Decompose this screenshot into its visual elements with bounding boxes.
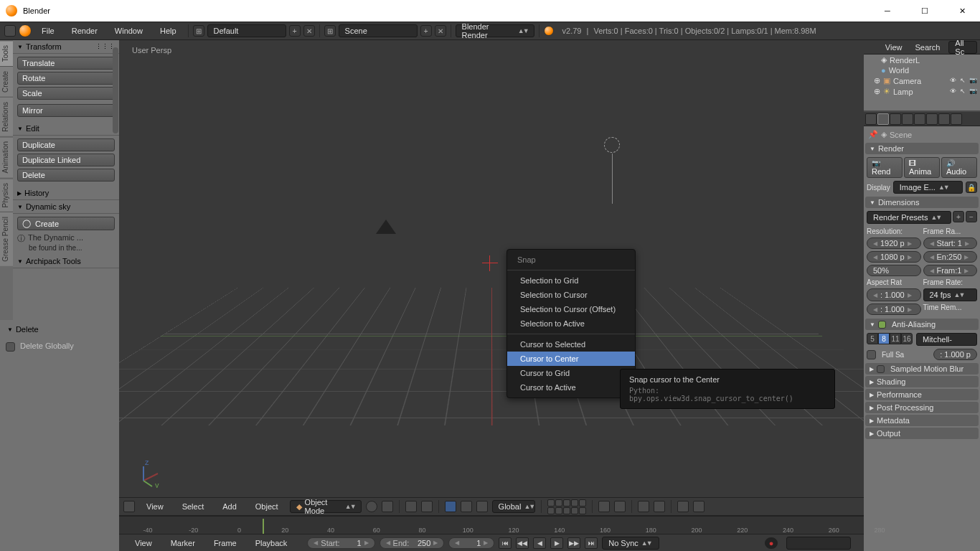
shading-icon[interactable] — [366, 501, 377, 512]
scene-add-button[interactable]: + — [420, 25, 432, 37]
aa-filter-dropdown[interactable]: Mitchell- — [916, 333, 977, 346]
toolshelf-scrollbar[interactable] — [113, 47, 118, 133]
play-button[interactable]: ▶ — [550, 537, 563, 549]
outliner-row-lamp[interactable]: ⊕☀Lamp👁↖📷 — [864, 86, 980, 97]
aa-16[interactable]: 16 — [901, 333, 913, 344]
proportional-edit-icon[interactable] — [638, 501, 649, 512]
manipulator-rotate-icon[interactable] — [461, 501, 472, 512]
tl-marker[interactable]: Marker — [164, 537, 202, 550]
panel-archipack-header[interactable]: ▼Archipack Tools — [13, 255, 119, 268]
snap-selection-to-active[interactable]: Selection to Active — [507, 316, 635, 331]
res-pct-field[interactable]: 50% — [867, 265, 921, 276]
frame-end-field[interactable]: ◀End:250▶ — [380, 537, 445, 549]
panel-edit-header[interactable]: ▼Edit — [13, 122, 119, 136]
timeline[interactable]: -40-200204060801001201401601802002202402… — [119, 516, 864, 534]
shading-menu-icon[interactable] — [382, 501, 393, 512]
performance-panel-header[interactable]: ▶Performance — [865, 389, 979, 400]
translate-button[interactable]: Translate — [17, 57, 115, 70]
tab-animation[interactable]: Animation — [0, 136, 13, 177]
res-y-field[interactable]: ◀1080 p▶ — [867, 251, 921, 263]
delete-globally-checkbox[interactable] — [6, 342, 15, 352]
mode-dropdown[interactable]: ◆Object Mode▲▼ — [290, 500, 362, 513]
snap-cursor-to-selected[interactable]: Cursor to Selected — [507, 337, 635, 352]
editor-type-icon[interactable] — [123, 501, 135, 512]
render-audio-button[interactable]: 🔊Audio — [941, 157, 977, 178]
outliner-row-render[interactable]: ◈RenderL — [864, 55, 980, 65]
scale-button[interactable]: Scale — [17, 87, 115, 100]
prop-tab-constraints[interactable] — [926, 113, 938, 125]
vh-view[interactable]: View — [139, 500, 171, 513]
menu-help[interactable]: Help — [153, 24, 184, 37]
outliner-view[interactable]: View — [881, 42, 907, 52]
outliner-row-camera[interactable]: ⊕▣Camera👁↖📷 — [864, 75, 980, 86]
tab-grease-pencil[interactable]: Grease Pencil — [0, 212, 13, 266]
outliner-filter-dropdown[interactable]: All Sc — [948, 41, 977, 54]
output-panel-header[interactable]: ▶Output — [865, 428, 979, 439]
operator-header[interactable]: ▼Delete — [3, 323, 116, 336]
rotate-button[interactable]: Rotate — [17, 72, 115, 85]
duplicate-linked-button[interactable]: Duplicate Linked — [17, 154, 115, 166]
scene-browse-icon[interactable]: ⊞ — [324, 25, 336, 37]
prop-tab-world[interactable] — [902, 113, 913, 125]
proportional-falloff-icon[interactable] — [654, 501, 665, 512]
screen-layout-dropdown[interactable]: Default — [207, 24, 286, 37]
tab-physics[interactable]: Physics — [0, 178, 13, 212]
cursor-icon[interactable]: ↖ — [958, 88, 967, 96]
outliner-editor-icon[interactable] — [867, 42, 877, 52]
render-icon[interactable]: 📷 — [969, 88, 977, 96]
tab-create[interactable]: Create — [0, 66, 13, 97]
preset-add-button[interactable]: + — [953, 211, 964, 222]
aa-8[interactable]: 8 — [878, 333, 890, 344]
frame-start-prop[interactable]: ◀Start: 1▶ — [923, 237, 978, 249]
delete-button[interactable]: Delete — [17, 169, 115, 182]
res-x-field[interactable]: ◀1920 p▶ — [867, 237, 921, 249]
snap-cursor-to-active[interactable]: Cursor to Active — [507, 380, 635, 395]
lamp-object[interactable] — [604, 137, 620, 153]
aa-size-field[interactable]: : 1.000 p — [933, 349, 977, 360]
panel-transform-header[interactable]: ▼Transform⋮⋮⋮ — [13, 40, 119, 54]
panel-history-header[interactable]: ▶History — [13, 187, 119, 200]
aa-11[interactable]: 11 — [890, 333, 901, 344]
frame-current-field[interactable]: ◀1▶ — [448, 537, 494, 549]
vh-add[interactable]: Add — [215, 500, 244, 513]
manipulator-scale-icon[interactable] — [476, 501, 488, 512]
pivot-mode-icon[interactable] — [421, 501, 433, 512]
snap-toggle-icon[interactable] — [598, 501, 610, 512]
outliner-row-world[interactable]: ●World — [864, 65, 980, 75]
timeline-cursor[interactable] — [263, 519, 264, 534]
scene-dropdown[interactable]: Scene — [339, 24, 418, 37]
keying-set-dropdown[interactable] — [786, 537, 851, 550]
pin-icon[interactable]: 📌 — [868, 130, 878, 139]
aa-5[interactable]: 5 — [867, 333, 878, 344]
eye-icon[interactable]: 👁 — [948, 88, 957, 96]
snap-selection-to-cursor-offset[interactable]: Selection to Cursor (Offset) — [507, 302, 635, 316]
frame-end-prop[interactable]: ◀En:250▶ — [923, 251, 978, 263]
metadata-panel-header[interactable]: ▶Metadata — [865, 415, 979, 426]
prop-tab-object[interactable] — [914, 113, 925, 125]
scene-remove-button[interactable]: ✕ — [435, 25, 446, 37]
motion-blur-checkbox[interactable] — [877, 365, 885, 373]
menu-file[interactable]: File — [34, 24, 62, 37]
vh-select[interactable]: Select — [175, 500, 212, 513]
close-button[interactable]: ✕ — [950, 6, 974, 16]
aspect-x-field[interactable]: ◀: 1.000▶ — [867, 288, 921, 301]
dimensions-panel-header[interactable]: ▼Dimensions — [865, 197, 979, 208]
tl-frame[interactable]: Frame — [207, 537, 244, 550]
layer-buttons[interactable] — [547, 499, 586, 514]
preset-remove-button[interactable]: − — [966, 211, 977, 222]
post-processing-panel-header[interactable]: ▶Post Processing — [865, 402, 979, 413]
layout-add-button[interactable]: + — [289, 25, 301, 37]
menu-window[interactable]: Window — [108, 24, 150, 37]
editor-type-icon[interactable] — [4, 25, 16, 37]
layout-remove-button[interactable]: ✕ — [303, 25, 315, 37]
frame-start-field[interactable]: ◀Start:1▶ — [307, 537, 374, 549]
render-icon[interactable]: 📷 — [969, 77, 977, 85]
prop-tab-modifiers[interactable] — [938, 113, 950, 125]
panel-dynamic-sky-header[interactable]: ▼Dynamic sky — [13, 200, 119, 214]
cursor-icon[interactable]: ↖ — [958, 77, 967, 85]
prop-tab-render[interactable] — [865, 113, 877, 125]
create-sky-button[interactable]: ◯Create — [17, 217, 115, 230]
prop-tab-data[interactable] — [951, 113, 962, 125]
render-image-icon[interactable] — [693, 501, 705, 512]
frame-step-prop[interactable]: ◀Fram:1▶ — [923, 265, 978, 276]
